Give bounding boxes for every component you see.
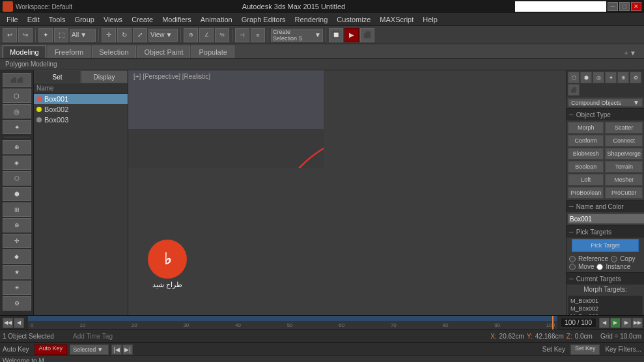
rotate-button[interactable]: ↻	[117, 28, 132, 42]
extras-button[interactable]: + ▼	[619, 48, 641, 58]
tl-prev-button[interactable]: ◀◀	[3, 318, 13, 328]
rp-radio-instance[interactable]	[596, 264, 603, 270]
viewport[interactable]: [+] [Perspective] [Realistic]	[128, 70, 566, 315]
anim-prev-key-button[interactable]: |◀	[111, 344, 122, 355]
selection-set-dropdown[interactable]: Create Selection S ▼	[271, 29, 323, 42]
rp-btn-proboolean[interactable]: ProBoolean	[568, 187, 604, 199]
rp-icon-3[interactable]: ◎	[593, 72, 604, 83]
rp-icon-1[interactable]: ⬡	[568, 72, 580, 83]
tab-object-paint[interactable]: Object Paint	[137, 46, 191, 58]
tools-btn-5[interactable]: ⊕	[3, 140, 31, 154]
tools-btn-9[interactable]: ⊞	[3, 202, 31, 217]
rp-btn-conform[interactable]: Conform	[568, 135, 604, 146]
tools-btn-13[interactable]: ★	[3, 265, 31, 279]
tools-btn-15[interactable]: ⚙	[3, 296, 31, 311]
tools-btn-14[interactable]: ☀	[3, 281, 31, 295]
tl-play-prev-button[interactable]: ◀	[14, 318, 24, 328]
rp-icon-2[interactable]: ⬢	[580, 72, 592, 83]
close-button[interactable]: ✕	[631, 2, 641, 11]
select-region-button[interactable]: ⬚	[54, 28, 68, 42]
rp-btn-shapemerge[interactable]: ShapeMerge	[605, 148, 643, 160]
tools-btn-3[interactable]: ◎	[3, 104, 31, 118]
search-input[interactable]	[515, 1, 606, 12]
menu-maxscript[interactable]: MAXScript	[376, 14, 417, 25]
percent-snap-button[interactable]: %	[215, 28, 229, 42]
tools-btn-11[interactable]: ✢	[3, 234, 31, 248]
rp-btn-terrain[interactable]: Terrain	[605, 161, 643, 173]
rp-compound-dropdown[interactable]: Compound Objects ▼	[568, 98, 643, 107]
rp-radio-copy[interactable]	[611, 256, 617, 262]
tl-prev-frame-button[interactable]: ◀	[599, 318, 609, 328]
rp-target-list[interactable]: M_Box001 M_Box002 M_Box003	[568, 296, 643, 315]
menu-tools[interactable]: Tools	[45, 14, 70, 25]
tools-btn-2[interactable]: ⬡	[3, 89, 31, 103]
scene-tab-set[interactable]: Set	[34, 70, 81, 83]
tools-btn-7[interactable]: ⬡	[3, 171, 31, 186]
rp-btn-procutter[interactable]: ProCutter	[605, 187, 643, 199]
rp-pick-target-button[interactable]: Pick Target	[572, 239, 639, 252]
rp-radio-move[interactable]	[569, 264, 576, 270]
rp-icon-6[interactable]: ⚙	[630, 72, 641, 83]
rp-btn-scatter[interactable]: Scatter	[605, 122, 643, 133]
render-setup-button[interactable]: 🔲	[329, 28, 343, 42]
menu-modifiers[interactable]: Modifiers	[158, 14, 195, 25]
anim-next-key-button[interactable]: ▶|	[122, 344, 133, 355]
tools-btn-6[interactable]: ◈	[3, 156, 31, 170]
menu-create[interactable]: Create	[128, 14, 157, 25]
quick-render-button[interactable]: ▶	[344, 28, 359, 42]
rp-icon-7[interactable]: ⬛	[568, 84, 580, 96]
rp-btn-mesher[interactable]: Mesher	[605, 174, 643, 186]
menu-file[interactable]: File	[3, 14, 22, 25]
tools-btn-1[interactable]: ⬛⬛	[3, 73, 31, 87]
undo-button[interactable]: ↩	[3, 28, 17, 42]
menu-customize[interactable]: Customize	[333, 14, 374, 25]
render-button[interactable]: ⬛	[360, 28, 374, 42]
tab-modeling[interactable]: Modeling	[3, 46, 46, 58]
scene-item-box001[interactable]: Box001	[34, 94, 128, 104]
view-dropdown[interactable]: View ▼	[148, 29, 178, 42]
tab-selection[interactable]: Selection	[92, 46, 135, 58]
timeline-counter[interactable]: 100 / 100	[560, 318, 596, 327]
menu-help[interactable]: Help	[419, 14, 441, 25]
rp-icon-4[interactable]: ✦	[605, 72, 617, 83]
tools-btn-10[interactable]: ⊗	[3, 218, 31, 232]
rp-btn-loft[interactable]: Loft	[568, 174, 604, 186]
tl-next-button[interactable]: ▶▶	[632, 318, 643, 328]
menu-edit[interactable]: Edit	[23, 14, 44, 25]
scene-item-box003[interactable]: Box003	[34, 115, 128, 125]
tools-btn-4[interactable]: ✦	[3, 120, 31, 134]
maximize-button[interactable]: □	[619, 2, 630, 11]
menu-group[interactable]: Group	[70, 14, 98, 25]
tab-freeform[interactable]: Freeform	[48, 46, 91, 58]
menu-rendering[interactable]: Rendering	[291, 14, 332, 25]
anim-selected-dropdown[interactable]: Selected ▼	[70, 344, 109, 355]
move-button[interactable]: ✛	[102, 28, 116, 42]
menu-graph-editors[interactable]: Graph Editors	[238, 14, 290, 25]
tab-populate[interactable]: Populate	[191, 46, 234, 58]
redo-button[interactable]: ↪	[18, 28, 33, 42]
menu-animation[interactable]: Animation	[197, 14, 236, 25]
rp-icon-5[interactable]: ⊕	[617, 72, 629, 83]
timeline-track[interactable]: 0102030405060708090100	[28, 316, 557, 329]
scene-item-box002[interactable]: Box002	[34, 104, 128, 115]
scene-tab-display[interactable]: Display	[81, 70, 128, 83]
angle-snap-button[interactable]: ∠	[199, 28, 214, 42]
tl-next-frame-button[interactable]: ▶	[621, 318, 632, 328]
menu-views[interactable]: Views	[100, 14, 126, 25]
rp-name-input[interactable]	[568, 214, 644, 224]
selection-dropdown[interactable]: All ▼	[70, 29, 96, 42]
select-button[interactable]: ✦	[38, 28, 53, 42]
set-key-button[interactable]: Set Key	[570, 344, 600, 355]
rp-btn-morph[interactable]: Morph	[568, 122, 604, 133]
mirror-button[interactable]: ⊣	[235, 28, 249, 42]
tl-play-button[interactable]: ▶	[610, 318, 621, 328]
snap-button[interactable]: ⊕	[184, 28, 198, 42]
minimize-button[interactable]: ─	[608, 2, 618, 11]
rp-btn-connect[interactable]: Connect	[605, 135, 643, 146]
scale-button[interactable]: ⤢	[133, 28, 147, 42]
align-button[interactable]: ≡	[251, 28, 265, 42]
tools-btn-8[interactable]: ⬢	[3, 187, 31, 201]
tools-btn-12[interactable]: ◆	[3, 249, 31, 264]
rp-radio-reference[interactable]	[569, 256, 576, 262]
key-filters-button[interactable]: Key Filters...	[605, 346, 641, 353]
